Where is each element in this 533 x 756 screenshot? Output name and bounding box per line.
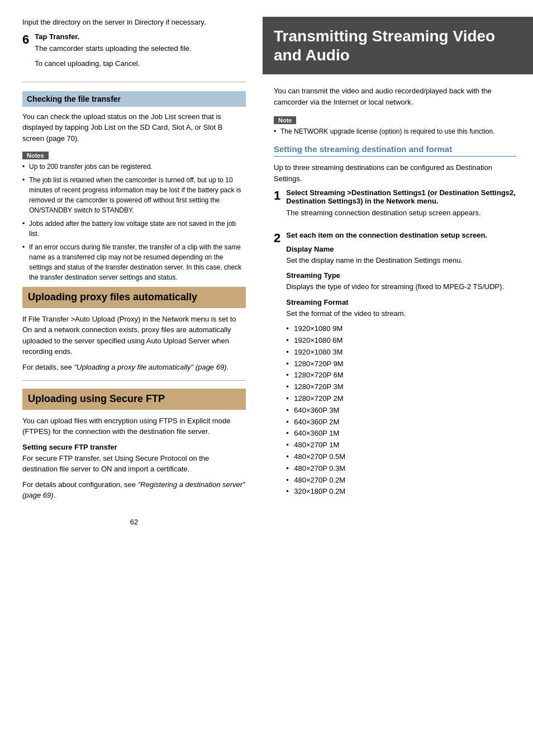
uploading-ftp-body3: For details about configuration, see "Re… bbox=[22, 479, 246, 501]
format-item: 320×180P 0.2M bbox=[286, 486, 516, 498]
streaming-format-body: Set the format of the video to stream. bbox=[286, 308, 516, 319]
display-name-body: Set the display name in the Destination … bbox=[286, 255, 516, 266]
format-item: 1920×1080 6M bbox=[286, 335, 516, 347]
notes-list: Up to 200 transfer jobs can be registere… bbox=[22, 162, 246, 282]
format-item: 640×360P 2M bbox=[286, 417, 516, 428]
checking-body: You can check the upload status on the J… bbox=[22, 111, 246, 144]
format-item: 640×360P 1M bbox=[286, 428, 516, 440]
step-6-number: 6 bbox=[22, 34, 29, 46]
checking-section-title: Checking the file transfer bbox=[27, 94, 241, 103]
left-column: Input the directory on the server in Dir… bbox=[0, 17, 263, 734]
format-item: 480×270P 0.3M bbox=[286, 463, 516, 475]
streaming-format-heading: Streaming Format bbox=[286, 298, 516, 306]
divider-1 bbox=[22, 82, 246, 82]
right-header-title: Transmitting Streaming Video and Audio bbox=[274, 27, 522, 64]
uploading-proxy-body2-italic: "Uploading a proxy file automatically" (… bbox=[74, 363, 227, 371]
step-2-number: 2 bbox=[274, 232, 280, 244]
format-item: 1920×1080 3M bbox=[286, 347, 516, 358]
format-item: 1280×720P 9M bbox=[286, 358, 516, 370]
uploading-proxy-title: Uploading proxy files automatically bbox=[28, 291, 240, 304]
format-item: 640×360P 3M bbox=[286, 405, 516, 417]
step-1-desc: The streaming connection destination set… bbox=[286, 207, 516, 219]
checking-section-header: Checking the file transfer bbox=[22, 91, 246, 107]
format-item: 1280×720P 3M bbox=[286, 381, 516, 393]
right-column: Transmitting Streaming Video and Audio Y… bbox=[263, 17, 533, 734]
note-item: If an error occurs during file transfer,… bbox=[22, 242, 246, 282]
format-list: 1920×1080 9M 1920×1080 6M 1920×1080 3M 1… bbox=[286, 323, 516, 498]
ftp-body3-text: For details about configuration, see bbox=[22, 480, 138, 489]
intro-text: Input the directory on the server in Dir… bbox=[22, 17, 246, 28]
display-name-heading: Display Name bbox=[286, 245, 516, 253]
setting-ftp-heading: Setting secure FTP transfer bbox=[22, 443, 246, 451]
uploading-proxy-header: Uploading proxy files automatically bbox=[22, 287, 246, 308]
uploading-ftp-title: Uploading using Secure FTP bbox=[28, 393, 240, 405]
note-item: Up to 200 transfer jobs can be registere… bbox=[22, 162, 246, 172]
format-item: 1280×720P 2M bbox=[286, 393, 516, 405]
streaming-type-body: Displays the type of video for streaming… bbox=[286, 281, 516, 292]
uploading-ftp-body1: You can upload files with encryption usi… bbox=[22, 415, 246, 437]
step-2-content: Set each item on the connection destinat… bbox=[286, 231, 516, 502]
step-1-title: Select Streaming >Destination Settings1 … bbox=[286, 188, 516, 205]
step-6-block: 6 Tap Transfer. The camcorder starts upl… bbox=[22, 32, 246, 74]
uploading-proxy-body2: For details, see "Uploading a proxy file… bbox=[22, 362, 246, 373]
step-2-title: Set each item on the connection destinat… bbox=[286, 231, 516, 239]
uploading-proxy-body2-text: For details, see bbox=[22, 363, 74, 371]
format-item: 480×270P 0.5M bbox=[286, 451, 516, 463]
format-item: 480×270P 1M bbox=[286, 440, 516, 451]
streaming-section-header: Setting the streaming destination and fo… bbox=[274, 144, 516, 157]
note-item: The job list is retained when the camcor… bbox=[22, 175, 246, 215]
note-list: The NETWORK upgrade license (option) is … bbox=[274, 126, 516, 136]
step-6-content: Tap Transfer. The camcorder starts uploa… bbox=[35, 32, 246, 74]
note-content: The NETWORK upgrade license (option) is … bbox=[274, 126, 516, 136]
uploading-ftp-body2: For secure FTP transfer, set Using Secur… bbox=[22, 453, 246, 475]
uploading-ftp-header: Uploading using Secure FTP bbox=[22, 389, 246, 410]
ftp-body3-period: . bbox=[54, 491, 56, 499]
step-6-title: Tap Transfer. bbox=[35, 32, 246, 41]
format-item: 1920×1080 9M bbox=[286, 323, 516, 335]
uploading-proxy-body2-period: . bbox=[227, 363, 229, 371]
step-1-content: Select Streaming >Destination Settings1 … bbox=[286, 188, 516, 223]
format-item: 480×270P 0.2M bbox=[286, 475, 516, 486]
streaming-type-heading: Streaming Type bbox=[286, 271, 516, 280]
notes-content: Up to 200 transfer jobs can be registere… bbox=[22, 162, 246, 282]
uploading-proxy-body1: If File Transfer >Auto Upload (Proxy) in… bbox=[22, 314, 246, 357]
step-1-block: 1 Select Streaming >Destination Settings… bbox=[274, 188, 516, 223]
page-number: 62 bbox=[22, 518, 246, 526]
step-6-desc1: The camcorder starts uploading the selec… bbox=[35, 43, 246, 54]
format-item: 1280×720P 6M bbox=[286, 370, 516, 381]
right-intro: You can transmit the video and audio rec… bbox=[274, 86, 516, 107]
step-2-block: 2 Set each item on the connection destin… bbox=[274, 231, 516, 502]
right-header: Transmitting Streaming Video and Audio bbox=[263, 17, 533, 74]
divider-2 bbox=[22, 380, 246, 381]
streaming-section-title: Setting the streaming destination and fo… bbox=[274, 144, 452, 154]
note-label: Note bbox=[274, 116, 296, 124]
step-6-desc2: To cancel uploading, tap Cancel. bbox=[35, 58, 246, 69]
note-item: Jobs added after the battery low voltage… bbox=[22, 219, 246, 239]
step-1-number: 1 bbox=[274, 190, 280, 202]
notes-label: Notes bbox=[22, 152, 49, 159]
note-item: The NETWORK upgrade license (option) is … bbox=[274, 126, 516, 136]
streaming-section-body: Up to three streaming destinations can b… bbox=[274, 162, 516, 184]
